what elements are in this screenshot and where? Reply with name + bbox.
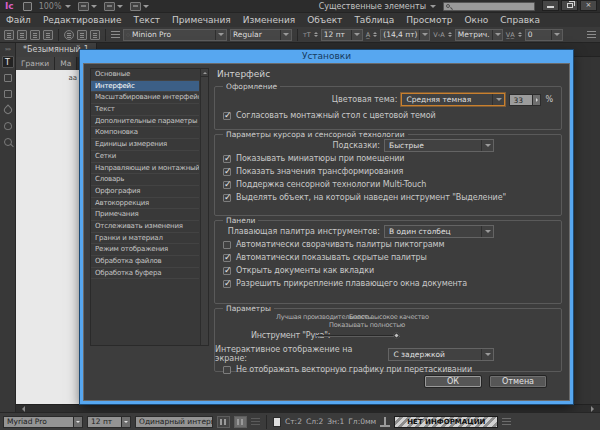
save-icon[interactable] — [30, 30, 40, 40]
dialog-title[interactable]: Установки — [80, 50, 573, 63]
nav-item-track-changes[interactable]: Отслеживать изменения — [91, 221, 199, 233]
nav-item-notes[interactable]: Примечания — [91, 209, 199, 221]
zoom-level-dropdown[interactable]: 100% — [39, 2, 71, 11]
color-theme-select[interactable]: Средняя темная — [401, 93, 505, 106]
search-input[interactable] — [443, 2, 535, 11]
scroll-up-icon[interactable] — [201, 69, 208, 77]
enable-docking-checkbox[interactable]: Разрешить прикрепление плавающего окна д… — [215, 277, 561, 290]
menu-table[interactable]: Таблица — [354, 15, 394, 25]
close-button[interactable]: × — [580, 0, 597, 11]
menu-changes[interactable]: Изменения — [243, 15, 295, 25]
tab-story[interactable]: Ма — [55, 57, 77, 70]
nav-item-composition[interactable]: Компоновка — [91, 127, 199, 139]
panels-legend: Панели — [223, 216, 258, 225]
leading-stepper[interactable] — [373, 30, 377, 39]
brightness-slider-icon[interactable] — [532, 94, 541, 106]
nav-scrollbar[interactable] — [200, 69, 208, 345]
galley-columns-icon[interactable] — [217, 416, 230, 428]
app-badge-icon[interactable] — [23, 2, 32, 11]
menu-notes[interactable]: Примечания — [172, 15, 231, 25]
show-thumbnails-checkbox[interactable]: Показывать миниатюры при помещении — [215, 152, 561, 165]
nav-item-autocorrect[interactable]: Автокоррекция — [91, 198, 199, 210]
nav-item-guides-pasteboard[interactable]: Направляющие и монтажный стол — [91, 163, 199, 175]
hand-tool-slider[interactable] — [316, 335, 400, 337]
statusbar-menu-icon[interactable] — [502, 418, 511, 425]
tab-galley[interactable]: Гранки — [16, 57, 55, 70]
live-screen-select[interactable]: С задержкой — [388, 348, 494, 361]
font-size-stepper[interactable] — [314, 30, 318, 39]
screen-mode-dropdown[interactable] — [104, 2, 123, 11]
slider-thumb[interactable] — [393, 332, 400, 339]
search-tool-icon[interactable] — [64, 30, 74, 40]
tracking-field[interactable]: 0 — [525, 29, 563, 41]
nav-item-ui-scaling[interactable]: Масштабирование интерфейса пользова... — [91, 92, 199, 104]
menu-file[interactable]: Файл — [6, 15, 31, 25]
menu-object[interactable]: Объект — [307, 15, 342, 25]
nav-item-advanced-type[interactable]: Дополнительные параметры текста — [91, 116, 199, 128]
document-page[interactable]: аа — [16, 70, 80, 404]
statusbar-font-select[interactable]: Myriad Pro — [3, 416, 83, 428]
new-document-icon[interactable] — [4, 30, 14, 40]
nav-item-display-performance[interactable]: Режим отображения — [91, 244, 199, 256]
menu-window[interactable]: Окно — [464, 15, 488, 25]
open-as-tabs-checkbox[interactable]: Открыть документы как вкладки — [215, 264, 561, 277]
kerning-stepper[interactable] — [448, 30, 452, 39]
nav-item-interface[interactable]: Интерфейс — [91, 81, 199, 93]
cancel-button[interactable]: Отмена — [489, 375, 547, 388]
nav-item-galley-story[interactable]: Гранки и материал — [91, 233, 199, 245]
collapse-panel-icon[interactable]: »» — [0, 43, 15, 52]
workspace-switcher[interactable]: Существенные элементы — [319, 2, 436, 11]
nav-item-dictionary[interactable]: Словарь — [91, 174, 199, 186]
highlight-object-checkbox[interactable]: Выделять объект, на который наведен инст… — [215, 191, 561, 204]
toolbar-menu-icon[interactable] — [587, 31, 596, 38]
nav-item-type[interactable]: Текст — [91, 104, 199, 116]
nav-item-general[interactable]: Основные — [91, 69, 199, 81]
ok-button[interactable]: ОК — [424, 375, 482, 388]
no-vector-label: Не отображать векторную графику при пере… — [236, 365, 472, 374]
position-tool[interactable] — [2, 72, 14, 84]
story-lines-icon[interactable] — [234, 416, 247, 428]
tracking-stepper[interactable] — [518, 30, 522, 39]
match-pasteboard-checkbox[interactable]: Согласовать монтажный стол с цветовой те… — [215, 109, 561, 122]
minimize-button[interactable] — [542, 0, 559, 11]
font-size-field[interactable]: 12 пт — [321, 29, 363, 41]
spellcheck-icon[interactable] — [77, 30, 87, 40]
tooltips-select[interactable]: Быстрые — [384, 139, 494, 152]
auto-show-panels-checkbox[interactable]: Автоматически показывать скрытые палитры — [215, 251, 561, 264]
horizontal-scrollbar[interactable] — [16, 404, 600, 412]
nav-item-clipboard-handling[interactable]: Обработка буфера — [91, 268, 199, 280]
menu-type[interactable]: Текст — [133, 15, 160, 25]
statusbar-size-select[interactable]: 12 пт — [87, 416, 131, 428]
leading-field[interactable]: (14,4 пт) — [380, 29, 430, 41]
nav-item-spelling[interactable]: Орфография — [91, 186, 199, 198]
checkbox-icon — [223, 366, 231, 374]
print-icon[interactable] — [43, 30, 53, 40]
font-style-select[interactable]: Regular — [230, 29, 292, 41]
note-icon[interactable] — [90, 30, 100, 40]
menu-view[interactable]: Просмотр — [406, 15, 452, 25]
nav-item-grids[interactable]: Сетки — [91, 151, 199, 163]
restore-button[interactable] — [561, 0, 578, 11]
note-tool[interactable] — [2, 88, 14, 100]
toolbox-select[interactable]: В один столбец — [384, 225, 494, 238]
auto-collapse-checkbox[interactable]: Автоматически сворачивать палитры пиктог… — [215, 238, 561, 251]
statusbar-spacing-select[interactable]: Одинарный интервал — [135, 416, 213, 428]
type-tool[interactable]: T — [2, 56, 14, 68]
hand-tool[interactable] — [2, 120, 14, 132]
brightness-field[interactable]: 33 — [509, 94, 541, 106]
kerning-field[interactable]: Метрич. — [455, 29, 503, 41]
arrange-documents-dropdown[interactable] — [130, 2, 149, 11]
eyedropper-tool[interactable] — [2, 104, 14, 116]
menu-help[interactable]: Справка — [500, 15, 540, 25]
font-family-select[interactable]: Minion Pro — [123, 29, 227, 41]
menu-edit[interactable]: Редактирование — [43, 15, 122, 25]
nav-item-units[interactable]: Единицы измерения — [91, 139, 199, 151]
show-transform-values-checkbox[interactable]: Показать значения трансформирования — [215, 165, 561, 178]
multitouch-checkbox[interactable]: Поддержка сенсорной технологии Multi-Tou… — [215, 178, 561, 191]
panel-options-icon[interactable] — [111, 31, 120, 38]
open-folder-icon[interactable] — [17, 30, 27, 40]
nav-item-file-handling[interactable]: Обработка файлов — [91, 256, 199, 268]
statusbar-options-icon[interactable] — [251, 418, 260, 425]
view-options-dropdown[interactable] — [78, 2, 97, 11]
zoom-tool[interactable] — [2, 136, 14, 148]
